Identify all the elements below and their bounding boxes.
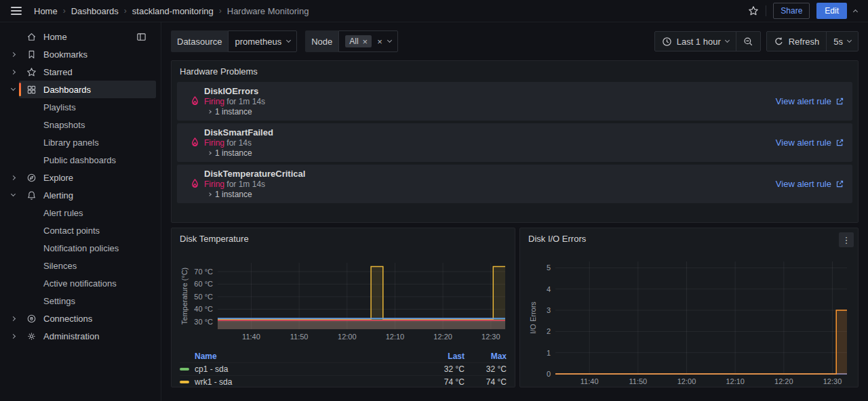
clear-icon[interactable]: × <box>377 37 382 46</box>
sidebar-item-label: Active notifications <box>43 278 117 289</box>
svg-text:40 °C: 40 °C <box>194 305 213 313</box>
breadcrumb-current: Hardware Monitoring <box>227 6 309 16</box>
sidebar-item-explore[interactable]: Explore <box>0 169 161 186</box>
compass-icon <box>26 173 37 183</box>
sidebar-item-label: Public dashboards <box>43 155 116 165</box>
sidebar-item-administration[interactable]: Administration <box>0 327 161 345</box>
panel-title: Hardware Problems <box>172 61 858 82</box>
sidebar-item-public-dashboards[interactable]: Public dashboards <box>0 151 161 169</box>
series-max: 74 °C <box>465 377 507 387</box>
chevron-right-icon[interactable] <box>10 333 15 338</box>
chevron-right-icon[interactable] <box>10 316 15 320</box>
alert-name: DiskIOErrors <box>204 86 776 96</box>
chevron-up-icon[interactable] <box>853 9 858 14</box>
flame-icon <box>185 96 204 107</box>
breadcrumb-home[interactable]: Home <box>34 6 58 16</box>
clock-icon <box>662 37 672 47</box>
chevron-down-icon[interactable] <box>10 86 15 91</box>
sidebar-item-home[interactable]: Home <box>0 28 161 45</box>
svg-text:Temperature (°C): Temperature (°C) <box>180 268 189 324</box>
sidebar-item-starred[interactable]: Starred <box>0 63 161 81</box>
sidebar-item-connections[interactable]: Connections <box>0 310 161 327</box>
sidebar-item-snapshots[interactable]: Snapshots <box>0 116 161 133</box>
flame-icon <box>185 178 204 190</box>
sidebar-item-alert-rules[interactable]: Alert rules <box>0 204 161 221</box>
chevron-down-icon <box>387 38 392 43</box>
chevron-right-icon[interactable] <box>10 69 15 74</box>
alert-row: DiskSmartFailed Firing for 14s 1 instanc… <box>177 123 852 162</box>
sidebar-item-playlists[interactable]: Playlists <box>0 98 161 116</box>
svg-text:12:10: 12:10 <box>386 333 405 341</box>
sidebar-item-silences[interactable]: Silences <box>0 257 161 274</box>
alert-instances-toggle[interactable]: 1 instance <box>204 107 776 117</box>
node-filter: Node All × × <box>305 30 398 52</box>
breadcrumb-dashboards[interactable]: Dashboards <box>71 6 119 16</box>
svg-text:12:00: 12:00 <box>677 377 696 385</box>
node-select[interactable]: All × × <box>338 30 398 52</box>
time-range-picker[interactable]: Last 1 hour <box>655 32 736 51</box>
alert-instances-toggle[interactable]: 1 instance <box>204 148 776 158</box>
svg-text:12:20: 12:20 <box>433 333 452 341</box>
sidebar-item-library-panels[interactable]: Library panels <box>0 133 161 151</box>
legend-row: wrk1 - sda 74 °C 74 °C <box>180 375 507 387</box>
edit-button[interactable]: Edit <box>816 3 847 19</box>
apps-icon <box>26 85 37 95</box>
svg-text:I/O Errors: I/O Errors <box>529 301 537 334</box>
series-label[interactable]: cp1 - sda <box>195 364 228 374</box>
panel-menu-icon[interactable]: ⋮ <box>839 232 854 247</box>
plug-icon <box>26 314 37 324</box>
legend-col-max[interactable]: Max <box>465 352 507 361</box>
external-link-icon <box>835 138 844 147</box>
zoom-out-button[interactable] <box>736 32 760 51</box>
menu-icon[interactable] <box>11 7 22 15</box>
view-alert-rule-link[interactable]: View alert rule <box>776 179 844 189</box>
star-icon[interactable] <box>748 5 759 16</box>
chevron-down-icon <box>725 38 730 43</box>
sidebar-item-label: Home <box>43 32 67 42</box>
star-icon <box>26 67 37 77</box>
breadcrumb-folder[interactable]: stackland-monitoring <box>132 6 214 16</box>
chevron-down-icon[interactable] <box>10 192 15 196</box>
sidebar-item-settings[interactable]: Settings <box>0 292 161 310</box>
sidebar-item-label: Bookmarks <box>43 49 87 60</box>
share-button[interactable]: Share <box>773 3 810 19</box>
dock-menu-icon[interactable] <box>136 32 146 42</box>
main-content: Datasource prometheus Node All × × <box>161 22 868 401</box>
series-last: 32 °C <box>422 364 465 374</box>
datasource-select[interactable]: prometheus <box>228 30 297 52</box>
sidebar-item-alerting[interactable]: Alerting <box>0 186 161 204</box>
sidebar-item-label: Alerting <box>43 190 73 200</box>
svg-text:11:40: 11:40 <box>242 333 260 341</box>
disk-io-errors-chart[interactable]: 11:4011:5012:0012:1012:2012:30012345I/O … <box>528 252 851 387</box>
chevron-right-icon[interactable] <box>10 175 15 180</box>
view-alert-rule-link[interactable]: View alert rule <box>776 96 844 106</box>
sidebar-item-active-notifications[interactable]: Active notifications <box>0 274 161 292</box>
series-label[interactable]: wrk1 - sda <box>195 377 232 387</box>
view-alert-rule-link[interactable]: View alert rule <box>776 138 844 148</box>
legend-col-last[interactable]: Last <box>422 352 465 361</box>
sidebar-nav: HomeBookmarksStarredDashboardsPlaylistsS… <box>0 22 161 401</box>
svg-text:12:30: 12:30 <box>481 333 500 341</box>
refresh-icon <box>774 37 784 47</box>
refresh-button[interactable]: Refresh <box>767 32 827 51</box>
svg-text:1: 1 <box>547 349 551 357</box>
svg-text:2: 2 <box>547 327 551 335</box>
node-chip-all[interactable]: All × <box>345 35 372 47</box>
refresh-interval-select[interactable]: 5s <box>826 32 858 51</box>
sidebar-item-bookmarks[interactable]: Bookmarks <box>0 45 161 63</box>
chevron-right-icon[interactable] <box>10 51 15 56</box>
disk-temperature-chart[interactable]: 11:4011:5012:0012:1012:2012:3030 °C40 °C… <box>180 255 508 348</box>
sidebar-item-label: Administration <box>43 331 99 341</box>
sidebar-item-label: Silences <box>43 261 77 271</box>
sidebar-item-contact-points[interactable]: Contact points <box>0 221 161 239</box>
bell-icon <box>26 190 37 200</box>
close-icon[interactable]: × <box>363 37 368 46</box>
sidebar-item-dashboards[interactable]: Dashboards <box>0 81 161 98</box>
alert-instances-toggle[interactable]: 1 instance <box>204 190 776 199</box>
panel-title: Disk I/O Errors <box>520 228 858 249</box>
series-max: 32 °C <box>465 364 507 374</box>
sidebar-item-label: Dashboards <box>43 85 91 95</box>
sidebar-item-label: Alert rules <box>43 208 83 218</box>
sidebar-item-notification-policies[interactable]: Notification policies <box>0 239 161 257</box>
svg-text:11:50: 11:50 <box>629 377 647 385</box>
